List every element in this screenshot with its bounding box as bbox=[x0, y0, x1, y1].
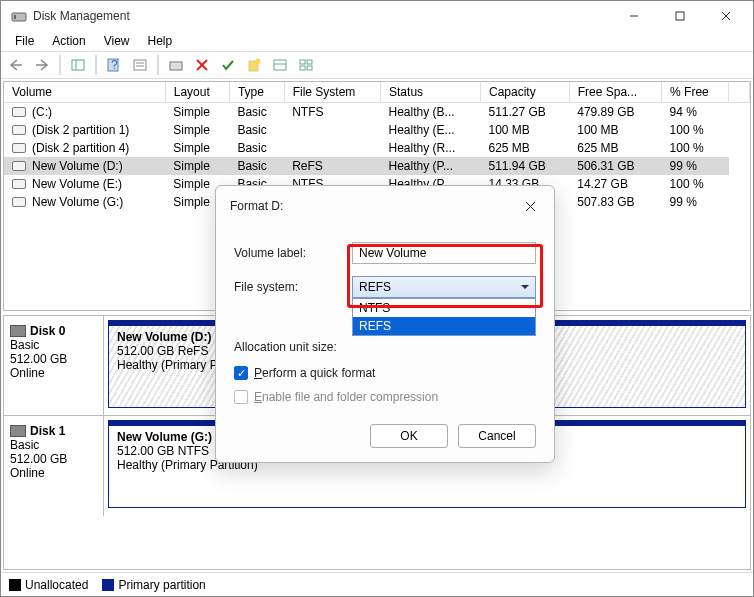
volume-row[interactable]: (C:)SimpleBasicNTFSHealthy (B...511.27 G… bbox=[4, 103, 750, 122]
cell bbox=[284, 121, 380, 139]
cancel-button[interactable]: Cancel bbox=[458, 424, 536, 448]
menu-view[interactable]: View bbox=[96, 32, 138, 50]
column-header[interactable]: % Free bbox=[662, 82, 729, 103]
volume-row[interactable]: (Disk 2 partition 4)SimpleBasicHealthy (… bbox=[4, 139, 750, 157]
tile-view-button[interactable] bbox=[295, 54, 317, 76]
svg-rect-6 bbox=[72, 60, 84, 70]
cell: (Disk 2 partition 1) bbox=[4, 121, 165, 139]
toolbar-sep bbox=[157, 55, 159, 75]
show-tree-button[interactable] bbox=[67, 54, 89, 76]
cell: 99 % bbox=[662, 193, 729, 211]
volume-icon bbox=[12, 107, 26, 117]
toolbar: ? bbox=[1, 51, 753, 79]
ok-button[interactable]: OK bbox=[370, 424, 448, 448]
titlebar: Disk Management bbox=[1, 1, 753, 31]
volume-icon bbox=[12, 197, 26, 207]
cell: Simple bbox=[165, 103, 229, 122]
compression-label: Enable file and folder compression bbox=[254, 390, 438, 404]
cell: 511.94 GB bbox=[481, 157, 570, 175]
file-system-select[interactable]: REFS bbox=[352, 276, 536, 298]
cell: 100 MB bbox=[569, 121, 661, 139]
legend-unallocated: Unallocated bbox=[9, 578, 88, 592]
quick-format-checkbox[interactable]: ✓ bbox=[234, 366, 248, 380]
cell: Healthy (P... bbox=[381, 157, 481, 175]
cell: 100 MB bbox=[481, 121, 570, 139]
legend-primary: Primary partition bbox=[102, 578, 205, 592]
list-view-button[interactable] bbox=[269, 54, 291, 76]
menu-action[interactable]: Action bbox=[44, 32, 93, 50]
cell: Healthy (E... bbox=[381, 121, 481, 139]
refresh-button[interactable] bbox=[165, 54, 187, 76]
quick-format-label: Perform a quick format bbox=[254, 366, 375, 380]
close-button[interactable] bbox=[703, 1, 749, 31]
volume-icon bbox=[12, 179, 26, 189]
fs-option-ntfs[interactable]: NTFS bbox=[353, 299, 535, 317]
cell: Basic bbox=[229, 121, 284, 139]
cell: 507.83 GB bbox=[569, 193, 661, 211]
help-button[interactable]: ? bbox=[103, 54, 125, 76]
dialog-close-button[interactable] bbox=[516, 194, 544, 218]
toolbar-sep bbox=[59, 55, 61, 75]
cell: 625 MB bbox=[481, 139, 570, 157]
disk-label[interactable]: Disk 1Basic512.00 GBOnline bbox=[4, 416, 104, 516]
svg-rect-23 bbox=[307, 66, 312, 70]
column-header[interactable]: Capacity bbox=[481, 82, 570, 103]
cell: (C:) bbox=[4, 103, 165, 122]
menu-help[interactable]: Help bbox=[140, 32, 181, 50]
file-system-dropdown: NTFS REFS bbox=[352, 298, 536, 336]
cell: 14.27 GB bbox=[569, 175, 661, 193]
file-system-selected: REFS bbox=[359, 280, 391, 294]
svg-rect-20 bbox=[300, 60, 305, 64]
dialog-title: Format D: bbox=[230, 199, 516, 213]
disk-management-window: Disk Management File Action View Help ? … bbox=[0, 0, 754, 597]
properties-button[interactable] bbox=[129, 54, 151, 76]
new-button[interactable] bbox=[243, 54, 265, 76]
fs-option-refs[interactable]: REFS bbox=[353, 317, 535, 335]
column-header[interactable]: Type bbox=[229, 82, 284, 103]
svg-rect-18 bbox=[274, 60, 286, 70]
cell: (Disk 2 partition 4) bbox=[4, 139, 165, 157]
cell: Healthy (B... bbox=[381, 103, 481, 122]
column-header[interactable]: Status bbox=[381, 82, 481, 103]
cell bbox=[284, 139, 380, 157]
volume-row[interactable]: New Volume (D:)SimpleBasicReFSHealthy (P… bbox=[4, 157, 750, 175]
cell: 511.27 GB bbox=[481, 103, 570, 122]
cell: 100 % bbox=[662, 175, 729, 193]
cell: New Volume (D:) bbox=[4, 157, 165, 175]
commit-button[interactable] bbox=[217, 54, 239, 76]
cell: Basic bbox=[229, 139, 284, 157]
svg-rect-3 bbox=[676, 12, 684, 20]
cell: 506.31 GB bbox=[569, 157, 661, 175]
minimize-button[interactable] bbox=[611, 1, 657, 31]
column-header[interactable]: Layout bbox=[165, 82, 229, 103]
cell: New Volume (G:) bbox=[4, 193, 165, 211]
cell: Basic bbox=[229, 157, 284, 175]
cell: 479.89 GB bbox=[569, 103, 661, 122]
disk-label[interactable]: Disk 0Basic512.00 GBOnline bbox=[4, 316, 104, 415]
volume-icon bbox=[12, 143, 26, 153]
cell: New Volume (E:) bbox=[4, 175, 165, 193]
svg-point-17 bbox=[256, 59, 261, 64]
menubar: File Action View Help bbox=[1, 31, 753, 51]
maximize-button[interactable] bbox=[657, 1, 703, 31]
volume-label-input[interactable] bbox=[352, 242, 536, 264]
forward-button[interactable] bbox=[31, 54, 53, 76]
volume-row[interactable]: (Disk 2 partition 1)SimpleBasicHealthy (… bbox=[4, 121, 750, 139]
volume-label-label: Volume label: bbox=[234, 246, 352, 260]
column-header[interactable]: Free Spa... bbox=[569, 82, 661, 103]
compression-checkbox bbox=[234, 390, 248, 404]
legend: Unallocated Primary partition bbox=[1, 572, 753, 596]
disk-icon bbox=[10, 325, 26, 337]
allocation-label: Allocation unit size: bbox=[234, 340, 352, 354]
delete-button[interactable] bbox=[191, 54, 213, 76]
column-header[interactable]: File System bbox=[284, 82, 380, 103]
cell: Healthy (R... bbox=[381, 139, 481, 157]
cell: NTFS bbox=[284, 103, 380, 122]
volume-icon bbox=[12, 125, 26, 135]
cell: Simple bbox=[165, 139, 229, 157]
back-button[interactable] bbox=[5, 54, 27, 76]
column-header[interactable]: Volume bbox=[4, 82, 165, 103]
volume-icon bbox=[12, 161, 26, 171]
file-system-label: File system: bbox=[234, 280, 352, 294]
menu-file[interactable]: File bbox=[7, 32, 42, 50]
